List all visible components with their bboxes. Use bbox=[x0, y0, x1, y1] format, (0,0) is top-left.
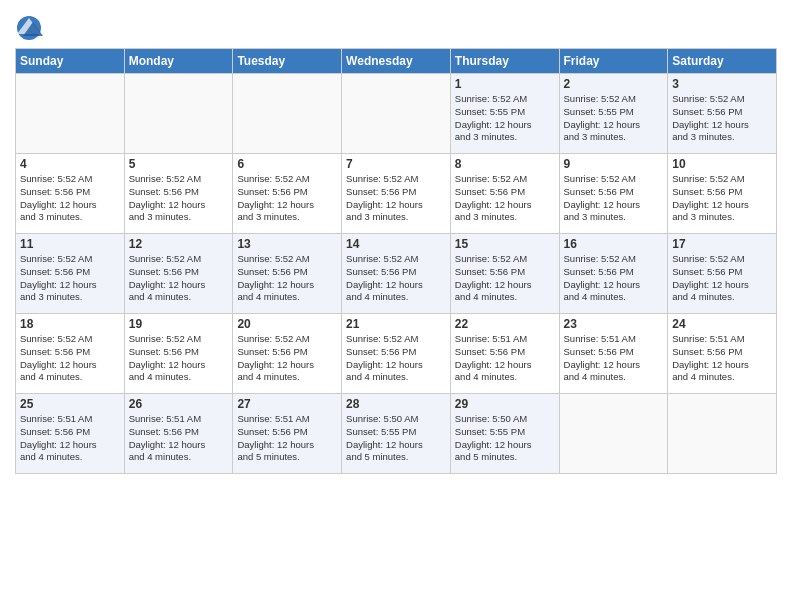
header-cell-friday: Friday bbox=[559, 49, 668, 74]
header-cell-monday: Monday bbox=[124, 49, 233, 74]
calendar-cell bbox=[559, 394, 668, 474]
cell-info: Sunrise: 5:52 AM Sunset: 5:56 PM Dayligh… bbox=[672, 173, 772, 224]
calendar-cell: 25Sunrise: 5:51 AM Sunset: 5:56 PM Dayli… bbox=[16, 394, 125, 474]
cell-info: Sunrise: 5:51 AM Sunset: 5:56 PM Dayligh… bbox=[455, 333, 555, 384]
day-number: 4 bbox=[20, 157, 120, 171]
header-row: SundayMondayTuesdayWednesdayThursdayFrid… bbox=[16, 49, 777, 74]
cell-info: Sunrise: 5:52 AM Sunset: 5:56 PM Dayligh… bbox=[129, 253, 229, 304]
calendar-cell bbox=[124, 74, 233, 154]
cell-info: Sunrise: 5:52 AM Sunset: 5:56 PM Dayligh… bbox=[237, 333, 337, 384]
header-cell-sunday: Sunday bbox=[16, 49, 125, 74]
header-cell-saturday: Saturday bbox=[668, 49, 777, 74]
cell-info: Sunrise: 5:52 AM Sunset: 5:56 PM Dayligh… bbox=[672, 93, 772, 144]
calendar-cell: 10Sunrise: 5:52 AM Sunset: 5:56 PM Dayli… bbox=[668, 154, 777, 234]
cell-info: Sunrise: 5:51 AM Sunset: 5:56 PM Dayligh… bbox=[564, 333, 664, 384]
cell-info: Sunrise: 5:52 AM Sunset: 5:56 PM Dayligh… bbox=[346, 333, 446, 384]
day-number: 5 bbox=[129, 157, 229, 171]
cell-info: Sunrise: 5:52 AM Sunset: 5:56 PM Dayligh… bbox=[346, 173, 446, 224]
cell-info: Sunrise: 5:52 AM Sunset: 5:56 PM Dayligh… bbox=[455, 253, 555, 304]
cell-info: Sunrise: 5:51 AM Sunset: 5:56 PM Dayligh… bbox=[672, 333, 772, 384]
cell-info: Sunrise: 5:52 AM Sunset: 5:56 PM Dayligh… bbox=[564, 253, 664, 304]
day-number: 8 bbox=[455, 157, 555, 171]
day-number: 20 bbox=[237, 317, 337, 331]
cell-info: Sunrise: 5:52 AM Sunset: 5:56 PM Dayligh… bbox=[237, 253, 337, 304]
cell-info: Sunrise: 5:52 AM Sunset: 5:55 PM Dayligh… bbox=[455, 93, 555, 144]
calendar-week-1: 1Sunrise: 5:52 AM Sunset: 5:55 PM Daylig… bbox=[16, 74, 777, 154]
calendar-week-2: 4Sunrise: 5:52 AM Sunset: 5:56 PM Daylig… bbox=[16, 154, 777, 234]
cell-info: Sunrise: 5:52 AM Sunset: 5:56 PM Dayligh… bbox=[564, 173, 664, 224]
calendar-cell: 1Sunrise: 5:52 AM Sunset: 5:55 PM Daylig… bbox=[450, 74, 559, 154]
calendar-cell: 20Sunrise: 5:52 AM Sunset: 5:56 PM Dayli… bbox=[233, 314, 342, 394]
day-number: 29 bbox=[455, 397, 555, 411]
calendar-header: SundayMondayTuesdayWednesdayThursdayFrid… bbox=[16, 49, 777, 74]
calendar-cell: 22Sunrise: 5:51 AM Sunset: 5:56 PM Dayli… bbox=[450, 314, 559, 394]
day-number: 2 bbox=[564, 77, 664, 91]
calendar-week-4: 18Sunrise: 5:52 AM Sunset: 5:56 PM Dayli… bbox=[16, 314, 777, 394]
day-number: 11 bbox=[20, 237, 120, 251]
logo-icon bbox=[15, 14, 43, 42]
calendar-cell bbox=[668, 394, 777, 474]
calendar-cell: 27Sunrise: 5:51 AM Sunset: 5:56 PM Dayli… bbox=[233, 394, 342, 474]
logo bbox=[15, 14, 47, 42]
cell-info: Sunrise: 5:52 AM Sunset: 5:56 PM Dayligh… bbox=[672, 253, 772, 304]
cell-info: Sunrise: 5:52 AM Sunset: 5:56 PM Dayligh… bbox=[20, 253, 120, 304]
calendar-body: 1Sunrise: 5:52 AM Sunset: 5:55 PM Daylig… bbox=[16, 74, 777, 474]
calendar-cell bbox=[233, 74, 342, 154]
calendar-cell: 24Sunrise: 5:51 AM Sunset: 5:56 PM Dayli… bbox=[668, 314, 777, 394]
cell-info: Sunrise: 5:51 AM Sunset: 5:56 PM Dayligh… bbox=[20, 413, 120, 464]
calendar-cell: 29Sunrise: 5:50 AM Sunset: 5:55 PM Dayli… bbox=[450, 394, 559, 474]
calendar-cell: 19Sunrise: 5:52 AM Sunset: 5:56 PM Dayli… bbox=[124, 314, 233, 394]
day-number: 16 bbox=[564, 237, 664, 251]
calendar-week-3: 11Sunrise: 5:52 AM Sunset: 5:56 PM Dayli… bbox=[16, 234, 777, 314]
calendar-cell: 2Sunrise: 5:52 AM Sunset: 5:55 PM Daylig… bbox=[559, 74, 668, 154]
calendar-cell: 6Sunrise: 5:52 AM Sunset: 5:56 PM Daylig… bbox=[233, 154, 342, 234]
calendar-cell: 3Sunrise: 5:52 AM Sunset: 5:56 PM Daylig… bbox=[668, 74, 777, 154]
page-header bbox=[15, 10, 777, 42]
cell-info: Sunrise: 5:51 AM Sunset: 5:56 PM Dayligh… bbox=[237, 413, 337, 464]
calendar-cell: 18Sunrise: 5:52 AM Sunset: 5:56 PM Dayli… bbox=[16, 314, 125, 394]
calendar-cell: 14Sunrise: 5:52 AM Sunset: 5:56 PM Dayli… bbox=[342, 234, 451, 314]
day-number: 23 bbox=[564, 317, 664, 331]
cell-info: Sunrise: 5:50 AM Sunset: 5:55 PM Dayligh… bbox=[346, 413, 446, 464]
calendar-cell bbox=[16, 74, 125, 154]
calendar-week-5: 25Sunrise: 5:51 AM Sunset: 5:56 PM Dayli… bbox=[16, 394, 777, 474]
calendar-cell: 16Sunrise: 5:52 AM Sunset: 5:56 PM Dayli… bbox=[559, 234, 668, 314]
header-cell-thursday: Thursday bbox=[450, 49, 559, 74]
cell-info: Sunrise: 5:52 AM Sunset: 5:55 PM Dayligh… bbox=[564, 93, 664, 144]
day-number: 9 bbox=[564, 157, 664, 171]
day-number: 27 bbox=[237, 397, 337, 411]
cell-info: Sunrise: 5:51 AM Sunset: 5:56 PM Dayligh… bbox=[129, 413, 229, 464]
calendar-cell: 28Sunrise: 5:50 AM Sunset: 5:55 PM Dayli… bbox=[342, 394, 451, 474]
cell-info: Sunrise: 5:52 AM Sunset: 5:56 PM Dayligh… bbox=[20, 333, 120, 384]
cell-info: Sunrise: 5:52 AM Sunset: 5:56 PM Dayligh… bbox=[237, 173, 337, 224]
calendar-cell: 9Sunrise: 5:52 AM Sunset: 5:56 PM Daylig… bbox=[559, 154, 668, 234]
day-number: 6 bbox=[237, 157, 337, 171]
day-number: 10 bbox=[672, 157, 772, 171]
calendar-table: SundayMondayTuesdayWednesdayThursdayFrid… bbox=[15, 48, 777, 474]
day-number: 24 bbox=[672, 317, 772, 331]
day-number: 12 bbox=[129, 237, 229, 251]
day-number: 13 bbox=[237, 237, 337, 251]
calendar-cell bbox=[342, 74, 451, 154]
header-cell-tuesday: Tuesday bbox=[233, 49, 342, 74]
calendar-cell: 4Sunrise: 5:52 AM Sunset: 5:56 PM Daylig… bbox=[16, 154, 125, 234]
calendar-cell: 13Sunrise: 5:52 AM Sunset: 5:56 PM Dayli… bbox=[233, 234, 342, 314]
day-number: 3 bbox=[672, 77, 772, 91]
calendar-cell: 5Sunrise: 5:52 AM Sunset: 5:56 PM Daylig… bbox=[124, 154, 233, 234]
day-number: 19 bbox=[129, 317, 229, 331]
day-number: 17 bbox=[672, 237, 772, 251]
cell-info: Sunrise: 5:50 AM Sunset: 5:55 PM Dayligh… bbox=[455, 413, 555, 464]
day-number: 21 bbox=[346, 317, 446, 331]
day-number: 25 bbox=[20, 397, 120, 411]
day-number: 26 bbox=[129, 397, 229, 411]
calendar-cell: 17Sunrise: 5:52 AM Sunset: 5:56 PM Dayli… bbox=[668, 234, 777, 314]
cell-info: Sunrise: 5:52 AM Sunset: 5:56 PM Dayligh… bbox=[129, 333, 229, 384]
calendar-cell: 12Sunrise: 5:52 AM Sunset: 5:56 PM Dayli… bbox=[124, 234, 233, 314]
day-number: 28 bbox=[346, 397, 446, 411]
calendar-cell: 21Sunrise: 5:52 AM Sunset: 5:56 PM Dayli… bbox=[342, 314, 451, 394]
calendar-cell: 26Sunrise: 5:51 AM Sunset: 5:56 PM Dayli… bbox=[124, 394, 233, 474]
calendar-cell: 7Sunrise: 5:52 AM Sunset: 5:56 PM Daylig… bbox=[342, 154, 451, 234]
calendar-cell: 11Sunrise: 5:52 AM Sunset: 5:56 PM Dayli… bbox=[16, 234, 125, 314]
cell-info: Sunrise: 5:52 AM Sunset: 5:56 PM Dayligh… bbox=[346, 253, 446, 304]
calendar-cell: 8Sunrise: 5:52 AM Sunset: 5:56 PM Daylig… bbox=[450, 154, 559, 234]
